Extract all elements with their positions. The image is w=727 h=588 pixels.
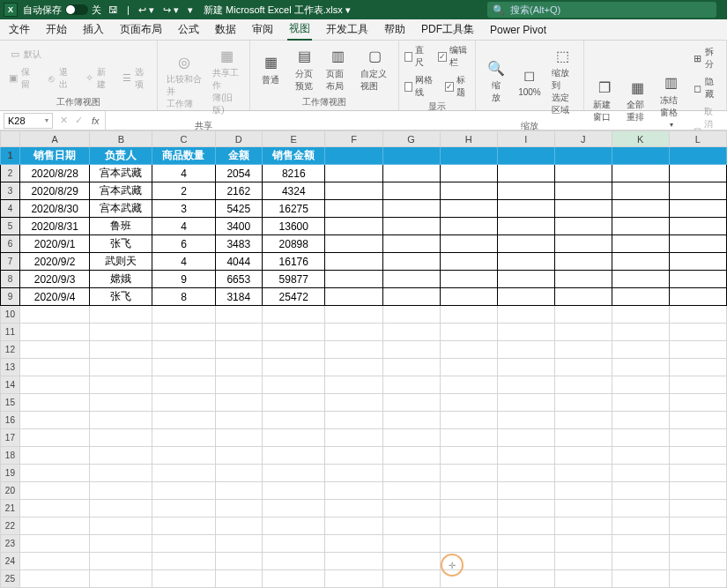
headings-checkbox[interactable]: ✓标题 [445,74,470,99]
tab-文件[interactable]: 文件 [7,19,32,40]
row-header-23[interactable]: 23 [1,535,20,553]
cell-J20[interactable] [554,482,612,500]
cell-E6[interactable]: 20898 [263,235,325,253]
row-header-25[interactable]: 25 [1,570,20,588]
cell-J7[interactable] [554,253,612,271]
cell-A19[interactable] [19,465,90,482]
cell-H17[interactable] [440,429,497,447]
row-header-22[interactable]: 22 [1,517,20,535]
cell-E20[interactable] [263,482,325,500]
cell-I15[interactable] [497,394,554,412]
cell-F20[interactable] [325,482,382,500]
cell-F21[interactable] [325,500,382,517]
redo-icon[interactable]: ↪ ▾ [163,4,179,16]
cell-L3[interactable] [669,182,726,200]
cell-F6[interactable] [325,235,382,253]
cell-C2[interactable]: 4 [152,165,215,182]
cell-E11[interactable] [263,324,325,341]
cell-B25[interactable] [90,570,152,588]
cell-C3[interactable]: 2 [152,182,215,200]
cell-G20[interactable] [382,482,440,500]
toggle-icon[interactable] [65,4,88,15]
cell-B12[interactable] [90,341,152,359]
cell-G10[interactable] [382,306,440,324]
cell-A5[interactable]: 2020/8/31 [19,218,90,235]
cell-G11[interactable] [382,324,440,341]
normal-view-button[interactable]: ▦普通 [256,51,286,88]
cell-K8[interactable] [612,271,669,288]
cell-A25[interactable] [19,570,90,588]
cell-H20[interactable] [440,482,497,500]
row-header-16[interactable]: 16 [1,412,20,429]
row-header-20[interactable]: 20 [1,482,20,500]
cell-A6[interactable]: 2020/9/1 [19,235,90,253]
cell-K17[interactable] [612,429,669,447]
row-header-5[interactable]: 5 [1,218,20,235]
cell-A11[interactable] [19,324,90,341]
cell-H9[interactable] [440,288,497,306]
cell-G24[interactable] [382,553,440,570]
cell-C6[interactable]: 6 [152,235,215,253]
cell-I25[interactable] [497,570,554,588]
spreadsheet-grid[interactable]: ABCDEFGHIJKL1销售日期负责人商品数量金额销售金额22020/8/28… [0,130,727,588]
cell-G3[interactable] [382,182,440,200]
cell-A9[interactable]: 2020/9/4 [19,288,90,306]
cell-E16[interactable] [263,412,325,429]
cell-F1[interactable] [325,147,382,165]
cell-D20[interactable] [215,482,263,500]
cell-G15[interactable] [382,394,440,412]
worksheet-area[interactable]: ABCDEFGHIJKL1销售日期负责人商品数量金额销售金额22020/8/28… [0,130,727,588]
cell-L23[interactable] [669,535,726,553]
cell-B14[interactable] [90,376,152,394]
cell-K18[interactable] [612,447,669,465]
row-header-10[interactable]: 10 [1,306,20,324]
cell-C18[interactable] [152,447,215,465]
cell-L8[interactable] [669,271,726,288]
cell-J21[interactable] [554,500,612,517]
cell-E17[interactable] [263,429,325,447]
cell-J17[interactable] [554,429,612,447]
cell-D4[interactable]: 5425 [215,200,263,218]
cell-J8[interactable] [554,271,612,288]
tab-帮助[interactable]: 帮助 [382,19,407,40]
cell-G8[interactable] [382,271,440,288]
cell-A3[interactable]: 2020/8/29 [19,182,90,200]
cell-J2[interactable] [554,165,612,182]
cell-F8[interactable] [325,271,382,288]
cell-D9[interactable]: 3184 [215,288,263,306]
col-header-D[interactable]: D [215,131,263,147]
cell-E24[interactable] [263,553,325,570]
cell-L19[interactable] [669,465,726,482]
cell-B5[interactable]: 鲁班 [90,218,152,235]
cell-C23[interactable] [152,535,215,553]
cell-K22[interactable] [612,517,669,535]
cell-A20[interactable] [19,482,90,500]
cell-C14[interactable] [152,376,215,394]
row-header-1[interactable]: 1 [1,147,20,165]
enter-icon[interactable]: ✓ [75,115,83,126]
cell-A21[interactable] [19,500,90,517]
file-name[interactable]: 新建 Microsoft Excel 工作表.xlsx ▾ [204,4,351,17]
cell-J11[interactable] [554,324,612,341]
cell-C10[interactable] [152,306,215,324]
cell-E23[interactable] [263,535,325,553]
cell-F19[interactable] [325,465,382,482]
cell-K25[interactable] [612,570,669,588]
tab-Power Pivot[interactable]: Power Pivot [488,21,548,39]
cell-K3[interactable] [612,182,669,200]
cell-G19[interactable] [382,465,440,482]
cell-G23[interactable] [382,535,440,553]
cell-I8[interactable] [497,271,554,288]
cell-H12[interactable] [440,341,497,359]
col-header-A[interactable]: A [19,131,90,147]
cell-E18[interactable] [263,447,325,465]
row-header-3[interactable]: 3 [1,182,20,200]
cell-L5[interactable] [669,218,726,235]
row-header-13[interactable]: 13 [1,359,20,376]
cell-B13[interactable] [90,359,152,376]
cell-G14[interactable] [382,376,440,394]
cell-C17[interactable] [152,429,215,447]
cell-J1[interactable] [554,147,612,165]
cell-J12[interactable] [554,341,612,359]
cell-I24[interactable] [497,553,554,570]
